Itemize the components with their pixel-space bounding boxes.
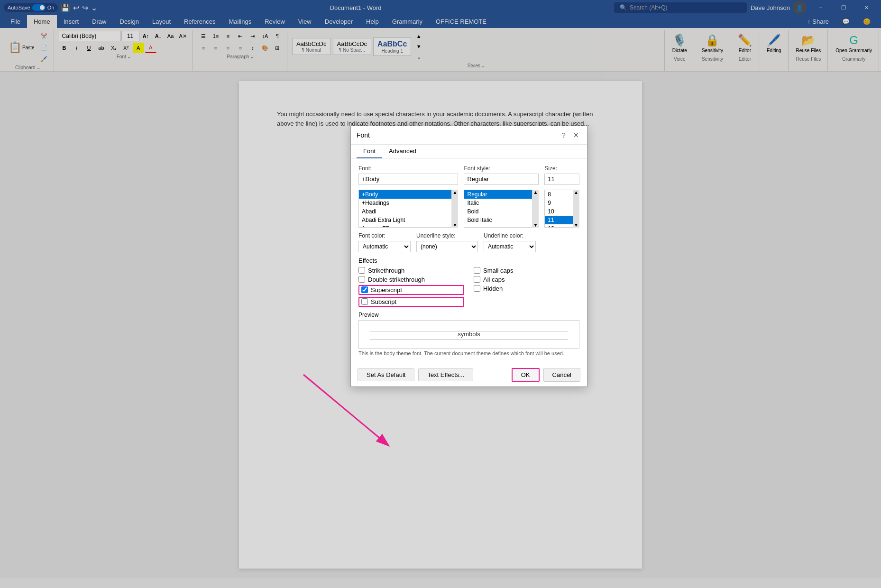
underline-color-label-el: Underline color: [484, 232, 536, 239]
underline-style-col: Underline style: (none) [416, 232, 478, 252]
font-list-item-body[interactable]: +Body [359, 190, 458, 199]
font-style-field[interactable] [464, 174, 539, 185]
dialog-close-button[interactable]: ✕ [571, 130, 581, 140]
overlay: Font ? ✕ Font Advanced Font: Font style: [0, 0, 881, 588]
style-scrollbar[interactable]: ▲ ▼ [532, 190, 539, 228]
cancel-button[interactable]: Cancel [543, 368, 580, 382]
font-list-item-agency[interactable]: Agency FB [359, 224, 458, 228]
all-caps-label: All caps [483, 276, 505, 283]
preview-desc: This is the body theme font. The current… [358, 350, 579, 356]
dialog-footer: Set As Default Text Effects... OK Cancel [351, 363, 587, 386]
dialog-title-controls: ? ✕ [559, 130, 581, 140]
dialog-title: Font [357, 131, 370, 139]
style-listbox[interactable]: Regular Italic Bold Bold Italic [464, 190, 539, 228]
dialog-footer-right: OK Cancel [512, 368, 580, 382]
subscript-row[interactable]: Subscript [358, 297, 464, 307]
dialog-tab-font[interactable]: Font [357, 145, 382, 158]
font-size-label: Size: [544, 165, 579, 172]
font-listbox[interactable]: +Body +Headings Abadi Abadi Extra Light … [358, 190, 458, 228]
font-name-col: Font: [358, 165, 458, 185]
font-list-item-headings[interactable]: +Headings [359, 199, 458, 207]
font-style-col: Font style: [464, 165, 539, 185]
effects-title: Effects [358, 257, 579, 264]
font-size-col: Size: [544, 165, 579, 185]
hidden-label: Hidden [483, 285, 503, 292]
font-list-item-abadi[interactable]: Abadi [359, 207, 458, 216]
strikethrough-label: Strikethrough [368, 267, 404, 274]
superscript-row[interactable]: Superscript [358, 285, 464, 295]
font-style-label: Font style: [464, 165, 539, 172]
font-dialog: Font ? ✕ Font Advanced Font: Font style: [350, 126, 587, 387]
underline-style-select[interactable]: (none) [416, 241, 478, 252]
small-caps-checkbox[interactable] [474, 267, 480, 274]
ok-button[interactable]: OK [512, 368, 540, 382]
double-strikethrough-checkbox[interactable] [358, 276, 365, 283]
dialog-tabs: Font Advanced [351, 145, 587, 158]
preview-section: Preview symbols This is the body theme f… [358, 312, 579, 356]
underline-style-label-el: Underline style: [416, 232, 478, 239]
dialog-body: Font: Font style: Size: +Body [351, 158, 587, 363]
double-strikethrough-label: Double strikethrough [368, 276, 425, 283]
font-color-col: Font color: Automatic [358, 232, 411, 252]
dialog-footer-left: Set As Default Text Effects... [358, 368, 473, 381]
style-list-regular[interactable]: Regular [464, 190, 538, 199]
underline-color-col: Underline color: Automatic [484, 232, 536, 252]
font-list-container: +Body +Headings Abadi Abadi Extra Light … [358, 190, 458, 228]
font-color-label-el: Font color: [358, 232, 411, 239]
all-caps-row[interactable]: All caps [474, 276, 579, 283]
preview-box: symbols [358, 320, 579, 349]
style-list-bold[interactable]: Bold [464, 207, 538, 216]
size-scrollbar[interactable]: ▲ ▼ [573, 190, 579, 228]
effects-grid: Strikethrough Double strikethrough Super… [358, 267, 579, 307]
font-name-label: Font: [358, 165, 458, 172]
underline-color-select[interactable]: Automatic [484, 241, 536, 252]
style-list-bold-italic[interactable]: Bold Italic [464, 216, 538, 224]
effects-left: Strikethrough Double strikethrough Super… [358, 267, 464, 307]
style-list-container: Regular Italic Bold Bold Italic ▲ ▼ [464, 190, 539, 228]
font-list-item-abadi-extra[interactable]: Abadi Extra Light [359, 216, 458, 224]
preview-label: Preview [358, 312, 579, 318]
double-strikethrough-row[interactable]: Double strikethrough [358, 276, 464, 283]
all-caps-checkbox[interactable] [474, 276, 480, 283]
font-scrollbar[interactable]: ▲ ▼ [451, 190, 458, 228]
dialog-help-button[interactable]: ? [559, 130, 569, 140]
small-caps-row[interactable]: Small caps [474, 267, 579, 274]
color-underline-row: Font color: Automatic Underline style: (… [358, 232, 579, 252]
text-effects-button[interactable]: Text Effects... [418, 368, 473, 381]
superscript-label: Superscript [371, 286, 402, 294]
hidden-checkbox[interactable] [474, 285, 480, 292]
superscript-checkbox[interactable] [361, 286, 368, 293]
strikethrough-row[interactable]: Strikethrough [358, 267, 464, 274]
preview-text: symbols [458, 331, 480, 338]
dialog-tab-advanced[interactable]: Advanced [382, 145, 423, 158]
strikethrough-checkbox[interactable] [358, 267, 365, 274]
font-name-field[interactable] [358, 174, 458, 185]
hidden-row[interactable]: Hidden [474, 285, 579, 292]
subscript-label: Subscript [371, 298, 396, 305]
listbox-row: +Body +Headings Abadi Abadi Extra Light … [358, 190, 579, 228]
size-list-container: 8 9 10 11 12 ▲ ▼ [544, 190, 579, 228]
font-fields-row: Font: Font style: Size: [358, 165, 579, 185]
subscript-checkbox[interactable] [361, 298, 368, 305]
dialog-title-bar: Font ? ✕ [351, 126, 587, 145]
set-default-button[interactable]: Set As Default [358, 368, 414, 381]
font-color-select[interactable]: Automatic [358, 241, 411, 252]
small-caps-label: Small caps [483, 267, 514, 274]
effects-section: Effects Strikethrough Double strikethrou… [358, 257, 579, 307]
effects-right: Small caps All caps Hidden [474, 267, 579, 307]
font-size-field[interactable] [544, 174, 579, 185]
style-list-italic[interactable]: Italic [464, 199, 538, 207]
